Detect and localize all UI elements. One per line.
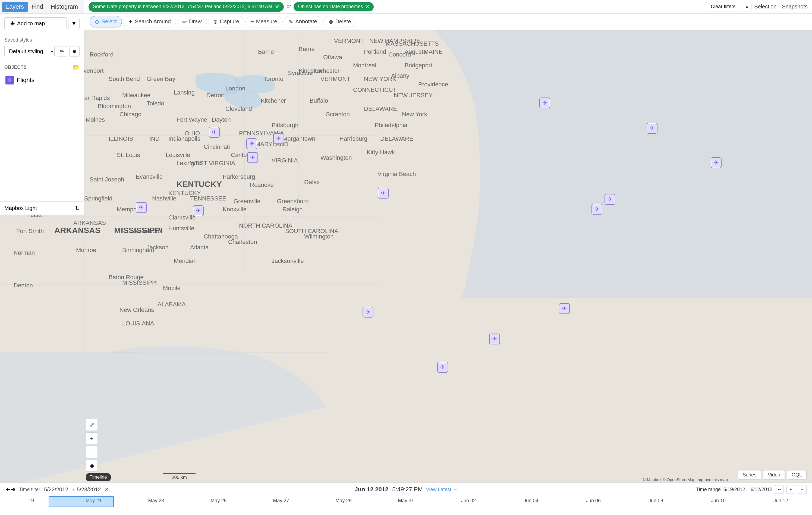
basemap-label: Mapbox Light	[4, 205, 37, 211]
svg-text:DELAWARE: DELAWARE	[380, 135, 413, 142]
time-range-value: 5/19/2012 – 6/12/2012	[723, 487, 772, 492]
svg-text:Rochester: Rochester	[312, 67, 340, 74]
plane-marker[interactable]: ✈	[209, 126, 220, 138]
plane-marker[interactable]: ✈	[489, 333, 500, 345]
time-filter-close[interactable]: ✕	[105, 486, 109, 493]
selection-snapshots: Selection Snapshots	[754, 3, 808, 10]
svg-text:Toledo: Toledo	[147, 100, 164, 107]
svg-text:ILLINOIS: ILLINOIS	[109, 135, 133, 142]
plane-marker[interactable]: ✈	[136, 202, 147, 213]
svg-text:Parkersburg: Parkersburg	[223, 173, 255, 180]
capture-tool-btn[interactable]: ⊚ Capture	[208, 16, 244, 27]
time-range-prev[interactable]: ↔	[775, 485, 784, 494]
draw-icon: ✏	[182, 19, 187, 25]
plane-marker[interactable]: ✈	[539, 97, 550, 109]
svg-text:Cleveland: Cleveland	[225, 105, 252, 112]
svg-text:Green Bay: Green Bay	[147, 76, 175, 82]
svg-text:DELAWARE: DELAWARE	[364, 105, 397, 112]
svg-text:✈: ✈	[381, 190, 386, 196]
zoom-out-btn[interactable]: −	[86, 446, 98, 458]
selection-label[interactable]: Selection	[754, 3, 776, 10]
svg-text:MISSISSIPPI: MISSISSIPPI	[122, 279, 158, 286]
add-to-map-dropdown[interactable]: ▼	[68, 18, 80, 29]
select-tool-btn[interactable]: ⊙ Select	[90, 16, 122, 27]
svg-text:Portland: Portland	[364, 48, 386, 55]
time-filter-range: 5/22/2012 → 5/23/2012	[44, 486, 101, 493]
compass-btn[interactable]: ◈	[86, 460, 98, 471]
timeline-ruler[interactable]: 19May 21May 23May 25May 27May 29May 31Ju…	[0, 496, 812, 515]
filter-close-icon[interactable]: ✕	[275, 3, 280, 10]
video-btn[interactable]: Video	[763, 470, 785, 480]
svg-text:New Orleans: New Orleans	[119, 306, 154, 313]
search-around-tool-btn[interactable]: ✦ Search Around	[123, 16, 176, 27]
draw-label: Draw	[189, 19, 202, 25]
draw-tool-btn[interactable]: ✏ Draw	[177, 16, 207, 27]
tab-histogram[interactable]: Histogram	[47, 2, 82, 12]
plane-marker[interactable]: ✈	[247, 152, 258, 163]
series-btn[interactable]: Series	[738, 470, 761, 480]
oql-btn[interactable]: OQL	[787, 470, 807, 480]
plane-marker[interactable]: ✈	[437, 362, 448, 373]
plane-marker[interactable]: ✈	[604, 194, 616, 205]
annotate-tool-btn[interactable]: ✎ Annotate	[284, 16, 322, 27]
plane-marker[interactable]: ✈	[273, 133, 284, 144]
svg-text:✈: ✈	[250, 154, 255, 161]
no-date-chip[interactable]: Object has no Date properties ✕	[294, 2, 373, 11]
svg-text:Washington: Washington	[320, 154, 352, 161]
view-latest-btn[interactable]: View Latest →	[426, 487, 458, 492]
plane-marker[interactable]: ✈	[710, 157, 722, 168]
add-style-btn[interactable]: ⊕	[69, 46, 80, 57]
delete-tool-btn[interactable]: ⊗ Delete	[323, 16, 356, 27]
svg-text:Denton: Denton	[13, 282, 33, 289]
objects-header: OBJECTS 📁	[4, 64, 80, 71]
zoom-in-btn[interactable]: +	[86, 432, 98, 445]
svg-text:Barrie: Barrie	[258, 48, 274, 55]
timeline-pill[interactable]: Timeline	[86, 473, 111, 481]
time-filter-label: Time filter	[19, 487, 40, 492]
snapshots-label[interactable]: Snapshots	[782, 3, 808, 10]
filter-chip[interactable]: Some Date property is between 5/22/2012,…	[89, 2, 284, 12]
svg-text:Syracuse: Syracuse	[288, 69, 313, 76]
plane-marker[interactable]: ✈	[377, 188, 389, 199]
svg-text:✈: ✈	[366, 309, 370, 315]
clear-filters-btn[interactable]: Clear filters	[706, 2, 740, 11]
plane-marker[interactable]: ✈	[362, 306, 374, 318]
edit-style-btn[interactable]: ✏	[57, 46, 67, 57]
map-svg: Milwaukee Chicago Green Bay Detroit Clev…	[0, 0, 812, 515]
basemap-section[interactable]: Mapbox Light ⇅	[0, 201, 84, 214]
tab-find[interactable]: Find	[28, 2, 47, 12]
measure-label: Measure	[256, 19, 277, 25]
flights-layer-item[interactable]: ✈ Flights	[4, 74, 80, 87]
svg-text:Huntsville: Huntsville	[168, 225, 194, 232]
style-select[interactable]: Default styling	[4, 46, 55, 57]
forward-btn[interactable]: »	[743, 2, 751, 11]
plane-marker[interactable]: ✈	[591, 203, 603, 215]
add-to-map-button[interactable]: ⊕ Add to map	[4, 18, 66, 29]
svg-text:KENTUCKY: KENTUCKY	[168, 190, 201, 196]
plane-marker[interactable]: ✈	[559, 303, 570, 314]
svg-text:Dayton: Dayton	[212, 116, 231, 123]
svg-text:Milwaukee: Milwaukee	[122, 92, 150, 98]
svg-text:Bridgeport: Bridgeport	[405, 62, 432, 69]
expand-btn[interactable]: ⤢	[86, 419, 98, 431]
capture-icon: ⊚	[213, 19, 218, 25]
svg-text:MAINE: MAINE	[424, 48, 443, 55]
plane-marker[interactable]: ✈	[646, 122, 658, 134]
svg-text:Fort Smith: Fort Smith	[16, 228, 44, 234]
time-range-plus[interactable]: +	[786, 485, 795, 494]
timeline-label: May 29	[312, 498, 375, 504]
no-date-close-icon[interactable]: ✕	[365, 4, 369, 10]
style-select-row: Default styling ✏ ⊕	[4, 46, 80, 57]
timeline-filter-icon[interactable]: ⇤⇥	[5, 486, 15, 493]
sidebar: Layers Find Histogram Info » ⊕ Add to ma…	[0, 0, 84, 214]
svg-text:✈: ✈	[440, 364, 445, 371]
timeline-selection[interactable]	[49, 496, 114, 507]
svg-text:Kitty Hawk: Kitty Hawk	[367, 149, 395, 155]
timeline-label: Jun 06	[562, 498, 625, 504]
time-range-minus[interactable]: −	[798, 485, 807, 494]
time-range-section: Time range 5/19/2012 – 6/12/2012 ↔ + −	[696, 485, 807, 494]
plane-marker[interactable]: ✈	[246, 138, 257, 149]
measure-tool-btn[interactable]: ━ Measure	[245, 16, 283, 27]
tab-layers[interactable]: Layers	[2, 2, 28, 12]
plane-marker[interactable]: ✈	[193, 205, 204, 217]
